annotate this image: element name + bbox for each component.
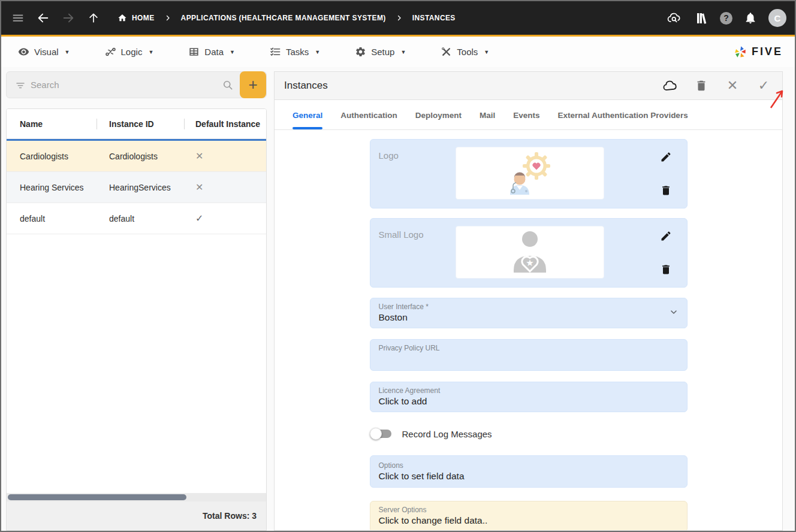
table-row[interactable]: Hearing Services HearingServices ✕: [7, 172, 266, 203]
save-button[interactable]: ✓: [756, 78, 771, 93]
server-options-label: Server Options: [379, 506, 679, 514]
tab-events[interactable]: Events: [513, 111, 539, 129]
delete-record-button[interactable]: [694, 78, 709, 93]
user-interface-value: Boston: [379, 312, 679, 323]
topbar: HOME APPLICATIONS (HEALTHCARE MANAGEMENT…: [1, 1, 795, 35]
table-footer: Total Rows: 3: [7, 501, 266, 530]
caret-down-icon: ▼: [484, 49, 489, 55]
edit-small-logo-button[interactable]: [659, 229, 673, 243]
small-logo-field[interactable]: Small Logo ★: [370, 218, 688, 288]
edit-logo-button[interactable]: [659, 150, 673, 164]
menu-tools[interactable]: Tools ▼: [441, 46, 489, 58]
cloud-deploy-button[interactable]: [662, 78, 678, 93]
licence-agreement-value: Click to add: [379, 396, 679, 407]
instances-list-panel: + Name Instance ID Default Instance Card…: [6, 71, 267, 531]
search-bar: +: [6, 71, 267, 98]
logo-field[interactable]: Logo: [370, 139, 688, 208]
licence-agreement-field[interactable]: Licence Agreement Click to add: [370, 382, 688, 412]
search-input[interactable]: [26, 80, 222, 90]
pencil-icon: [660, 230, 672, 242]
caret-down-icon: ▼: [400, 49, 406, 55]
workflow-icon: [105, 46, 116, 58]
avatar[interactable]: C: [768, 9, 786, 27]
chevron-right-icon: [396, 14, 403, 22]
options-field[interactable]: Options Click to set field data: [370, 455, 688, 488]
table-row[interactable]: Cardiologists Cardiologists ✕: [7, 139, 266, 172]
trash-icon: [695, 79, 708, 92]
up-icon[interactable]: [84, 8, 103, 28]
privacy-policy-url-field[interactable]: Privacy Policy URL: [370, 339, 688, 371]
pencil-icon: [660, 151, 672, 163]
menu-visual[interactable]: Visual ▼: [18, 46, 70, 58]
tab-general[interactable]: General: [293, 111, 322, 129]
filter-icon[interactable]: [15, 80, 26, 90]
table-icon: [188, 46, 200, 58]
not-default-mark: ✕: [185, 150, 266, 162]
breadcrumb-home[interactable]: HOME: [117, 13, 155, 23]
menu-icon[interactable]: [8, 8, 28, 28]
chevron-right-icon: [164, 14, 171, 22]
column-header-default-instance[interactable]: Default Instance: [185, 119, 266, 129]
delete-logo-button[interactable]: [659, 184, 673, 197]
caret-down-icon: ▼: [65, 49, 70, 55]
privacy-policy-url-label: Privacy Policy URL: [379, 344, 679, 352]
add-instance-button[interactable]: +: [240, 71, 266, 98]
tab-authentication[interactable]: Authentication: [340, 111, 397, 129]
app-window: HOME APPLICATIONS (HEALTHCARE MANAGEMENT…: [0, 0, 796, 532]
table-header: Name Instance ID Default Instance: [7, 109, 266, 139]
five-brand-logo: FIVE: [732, 44, 783, 60]
library-icon[interactable]: [692, 8, 711, 28]
forward-icon[interactable]: [59, 8, 78, 28]
record-log-messages-row: Record Log Messages: [371, 428, 688, 440]
user-interface-label: User Interface *: [379, 303, 679, 311]
user-interface-select[interactable]: User Interface * Boston: [370, 298, 688, 328]
horizontal-scrollbar-thumb[interactable]: [8, 494, 186, 500]
total-rows-label: Total Rows: 3: [203, 511, 257, 521]
tab-external-authentication-providers[interactable]: External Authentication Providers: [558, 111, 688, 129]
menubar: Visual ▼ Logic ▼ Data ▼ Tasks ▼ Setup: [1, 37, 795, 67]
menu-logic[interactable]: Logic ▼: [105, 46, 154, 58]
delete-small-logo-button[interactable]: [659, 263, 673, 276]
main-area: + Name Instance ID Default Instance Card…: [1, 67, 795, 531]
notifications-bell-icon[interactable]: [741, 8, 760, 28]
column-header-instance-id[interactable]: Instance ID: [97, 119, 184, 129]
eye-icon: [18, 46, 29, 58]
options-value: Click to set field data: [379, 471, 679, 482]
crossed-tools-icon: [441, 46, 452, 58]
horizontal-scrollbar[interactable]: [7, 493, 266, 501]
search-icon[interactable]: [222, 79, 234, 91]
breadcrumb-applications[interactable]: APPLICATIONS (HEALTHCARE MANAGEMENT SYST…: [181, 14, 386, 22]
breadcrumb-instances[interactable]: INSTANCES: [412, 14, 456, 22]
cloud-search-icon[interactable]: [665, 8, 684, 28]
menu-data[interactable]: Data ▼: [188, 46, 235, 58]
menu-tasks[interactable]: Tasks ▼: [270, 46, 320, 58]
server-options-field[interactable]: Server Options Click to change field dat…: [370, 501, 688, 530]
caret-down-icon: ▼: [230, 49, 235, 55]
breadcrumb-home-label: HOME: [132, 14, 155, 22]
page-title: Instances: [284, 80, 328, 92]
logo-image: [456, 147, 604, 200]
caret-down-icon: ▼: [315, 49, 320, 55]
table-row[interactable]: default default ✓: [7, 203, 266, 234]
close-button[interactable]: ✕: [725, 78, 740, 93]
cloud-icon: [662, 78, 678, 93]
tab-mail[interactable]: Mail: [480, 111, 495, 129]
logo-field-label: Logo: [379, 147, 456, 201]
trash-icon: [660, 264, 672, 276]
small-logo-field-label: Small Logo: [379, 226, 456, 280]
gear-icon: [355, 46, 366, 58]
five-pinwheel-icon: [732, 44, 748, 60]
back-icon[interactable]: [34, 8, 53, 28]
home-icon: [117, 13, 127, 23]
menu-setup[interactable]: Setup ▼: [355, 46, 406, 58]
column-header-name[interactable]: Name: [7, 119, 97, 129]
general-tab-content: Logo: [275, 130, 782, 530]
detail-tabs: General Authentication Deployment Mail E…: [275, 100, 782, 130]
trash-icon: [660, 185, 672, 197]
svg-text:★: ★: [526, 258, 533, 268]
instances-table: Name Instance ID Default Instance Cardio…: [6, 108, 267, 531]
record-log-messages-toggle[interactable]: [371, 428, 391, 440]
help-icon[interactable]: ?: [720, 12, 732, 25]
tab-deployment[interactable]: Deployment: [415, 111, 462, 129]
record-log-messages-label: Record Log Messages: [402, 429, 492, 439]
